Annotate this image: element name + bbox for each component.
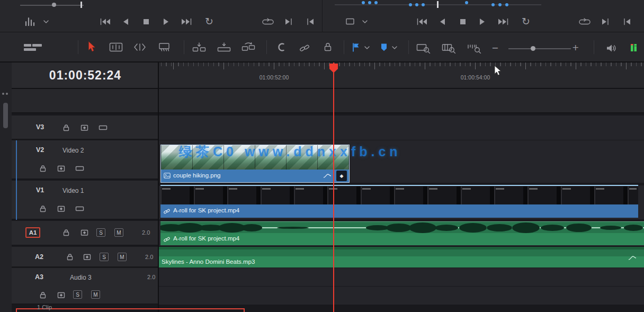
auto-select-icon[interactable] (57, 165, 65, 172)
loop-toggle-button[interactable] (262, 18, 274, 25)
timeline-ruler[interactable] (159, 63, 644, 88)
curve-icon[interactable] (628, 255, 637, 261)
flag-button[interactable] (352, 42, 360, 52)
enable-track-icon[interactable] (99, 125, 108, 130)
mute-button[interactable]: M (114, 228, 123, 237)
auto-select-icon[interactable] (80, 229, 88, 236)
lock-track-icon[interactable] (62, 229, 70, 236)
auto-select-icon[interactable] (57, 292, 65, 298)
go-to-last-frame-button[interactable] (497, 18, 509, 25)
lane-v3[interactable] (159, 115, 644, 140)
track-id[interactable]: A2 (35, 253, 43, 261)
trim-edit-mode-button[interactable] (109, 42, 123, 52)
timeline-view-options-button[interactable] (23, 42, 42, 53)
audio-monitor-button[interactable] (606, 44, 616, 52)
solo-button[interactable]: S (73, 290, 82, 299)
next-clip-button[interactable] (601, 18, 610, 25)
track-destination-badge[interactable]: A1 (25, 227, 40, 238)
curve-icon[interactable] (323, 173, 332, 179)
dynamic-trim-mode-button[interactable] (133, 42, 146, 52)
track-id[interactable]: V2 (36, 146, 44, 154)
keyframe-button[interactable]: ◆ (336, 171, 347, 181)
go-to-first-frame-button[interactable] (416, 18, 428, 25)
auto-select-icon[interactable] (80, 124, 88, 131)
marker-dot[interactable] (505, 3, 508, 6)
lock-track-icon[interactable] (66, 253, 74, 261)
play-button[interactable] (163, 18, 169, 25)
audio-meters-icon[interactable] (630, 43, 637, 52)
track-id[interactable]: V3 (36, 123, 44, 131)
position-lock-button[interactable] (324, 42, 332, 52)
go-to-first-frame-button[interactable] (100, 18, 111, 25)
track-header-a3[interactable]: A3 Audio 3 2.0 S M (12, 268, 159, 305)
custom-zoom-button[interactable] (467, 43, 481, 54)
chevron-down-icon[interactable] (364, 46, 370, 49)
marker-dot[interactable] (491, 3, 495, 6)
linked-selection-button[interactable] (299, 43, 310, 52)
mute-button[interactable]: M (91, 290, 100, 299)
selection-mode-button[interactable] (88, 41, 96, 52)
clip-skylines-music[interactable]: Skylines - Anno Domini Beats.mp3 (159, 247, 644, 268)
track-header-v2[interactable]: V2 Video 2 (12, 140, 159, 180)
zoom-slider[interactable] (508, 48, 571, 49)
track-id[interactable]: V1 (36, 186, 44, 194)
marker-dot[interactable] (374, 1, 378, 4)
track-header-a1[interactable]: A1 S M 2.0 (12, 221, 159, 246)
vertical-scrollbar[interactable] (3, 103, 8, 128)
detail-zoom-button[interactable] (442, 43, 456, 54)
lock-track-icon[interactable] (62, 124, 70, 131)
track-name[interactable]: Video 2 (62, 147, 84, 154)
lane-a3[interactable] (159, 268, 644, 286)
right-jog-handle[interactable] (437, 1, 439, 8)
replace-clip-button[interactable] (241, 42, 255, 52)
marker-dot[interactable] (415, 3, 418, 6)
lock-track-icon[interactable] (39, 165, 47, 172)
play-button[interactable] (479, 18, 485, 25)
marker-dot[interactable] (422, 3, 425, 6)
play-reverse-button[interactable] (123, 18, 129, 25)
loop-icon[interactable]: ↻ (522, 16, 530, 26)
mute-button[interactable]: M (118, 253, 127, 261)
stop-button[interactable] (460, 19, 466, 25)
track-name[interactable]: Audio 3 (70, 274, 92, 281)
playhead-marker[interactable] (329, 63, 338, 74)
play-reverse-button[interactable] (440, 18, 446, 25)
chevron-down-icon[interactable] (392, 46, 397, 49)
marker-dot[interactable] (362, 1, 365, 4)
lock-track-icon[interactable] (39, 291, 47, 299)
loop-icon[interactable]: ↻ (205, 16, 213, 26)
solo-button[interactable]: S (96, 228, 105, 237)
enable-track-icon[interactable] (75, 206, 84, 211)
snapping-button[interactable] (276, 42, 286, 52)
clip-a-roll-video[interactable]: A-roll for SK project.mp4 (160, 186, 638, 218)
track-name[interactable]: Video 1 (62, 187, 84, 194)
playhead-line[interactable] (333, 63, 334, 312)
chevron-down-icon[interactable] (362, 20, 368, 23)
insert-clip-button[interactable] (192, 42, 206, 52)
zoom-in-button[interactable]: + (572, 43, 579, 52)
zoom-out-button[interactable]: − (491, 44, 498, 52)
lock-track-icon[interactable] (39, 205, 47, 212)
track-id[interactable]: A3 (35, 273, 43, 281)
razor-edit-mode-button[interactable] (158, 42, 170, 52)
track-header-a2[interactable]: A2 S M 2.0 (12, 247, 159, 268)
solo-button[interactable]: S (100, 253, 109, 261)
auto-select-icon[interactable] (57, 206, 65, 212)
marker-dot[interactable] (409, 3, 412, 6)
enable-track-icon[interactable] (75, 166, 84, 171)
clip-a-roll-audio[interactable]: A-roll for SK project.mp4 (160, 221, 644, 245)
previous-clip-button[interactable] (306, 18, 315, 25)
audio-meter-menu-button[interactable] (24, 16, 37, 26)
loop-toggle-button[interactable] (578, 18, 591, 25)
marker-dot[interactable] (498, 3, 502, 6)
next-clip-button[interactable] (284, 18, 293, 25)
overwrite-clip-button[interactable] (217, 42, 231, 52)
auto-select-icon[interactable] (83, 254, 91, 260)
marker-button[interactable] (380, 43, 388, 52)
marker-dot[interactable] (465, 1, 468, 4)
overlay-menu-button[interactable] (345, 18, 355, 25)
zoom-slider-handle[interactable] (531, 46, 535, 51)
left-jog-handle[interactable] (52, 3, 56, 7)
stop-button[interactable] (143, 19, 149, 25)
chevron-down-icon[interactable] (43, 20, 49, 23)
